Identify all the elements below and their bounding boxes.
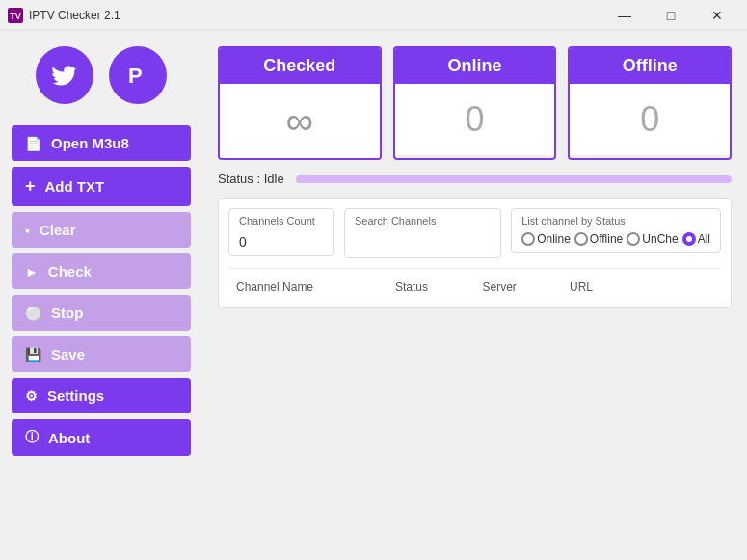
channels-panel: Channels Count 0 Search Channels List ch…: [218, 198, 732, 308]
clear-button[interactable]: ▪ Clear: [12, 212, 191, 248]
stop-icon: ⚪: [25, 306, 41, 321]
twitter-icon[interactable]: [36, 46, 93, 104]
svg-text:P: P: [128, 64, 143, 88]
online-label: Online: [395, 48, 555, 84]
minimize-button[interactable]: —: [602, 0, 647, 31]
save-icon: 💾: [25, 347, 41, 362]
add-txt-button[interactable]: + Add TXT: [12, 167, 191, 206]
search-box: Search Channels: [344, 208, 501, 258]
channels-count-value: 0: [239, 234, 324, 250]
status-bar: Status : Idle: [218, 172, 732, 186]
search-label: Search Channels: [355, 215, 491, 227]
maximize-button[interactable]: □: [649, 0, 693, 31]
online-value: 0: [395, 84, 555, 155]
paypal-icon[interactable]: P: [109, 46, 167, 104]
titlebar: TV IPTV Checker 2.1 — □ ✕: [0, 0, 747, 31]
stop-button[interactable]: ⚪ Stop: [12, 295, 191, 331]
offline-card: Offline 0: [568, 46, 732, 160]
settings-button[interactable]: ⚙ Settings: [12, 378, 191, 413]
social-icons: P: [12, 46, 191, 104]
offline-value: 0: [570, 84, 730, 155]
checked-card: Checked ∞: [218, 46, 382, 160]
radio-online-circle: [521, 232, 535, 246]
stats-row: Checked ∞ Online 0 Offline 0: [218, 46, 732, 160]
online-card: Online 0: [393, 46, 557, 160]
info-icon: ⓘ: [25, 429, 39, 446]
channels-count-label: Channels Count: [239, 215, 324, 227]
content-area: Checked ∞ Online 0 Offline 0 Status : Id…: [202, 31, 747, 560]
channels-top-row: Channels Count 0 Search Channels List ch…: [228, 208, 721, 258]
play-icon: ►: [25, 264, 39, 280]
close-button[interactable]: ✕: [695, 0, 739, 31]
filter-radios: Online Offline UnChe All: [521, 232, 710, 246]
app-title: IPTV Checker 2.1: [29, 9, 602, 22]
file-icon: 📄: [25, 136, 41, 151]
save-button[interactable]: 💾 Save: [12, 336, 191, 372]
offline-label: Offline: [570, 48, 730, 84]
checked-label: Checked: [220, 48, 380, 84]
filter-online[interactable]: Online: [521, 232, 571, 246]
app-icon: TV: [8, 8, 23, 23]
col-status: Status: [387, 277, 475, 298]
checked-value: ∞: [220, 84, 380, 158]
col-url: URL: [562, 277, 721, 298]
status-label: Status : Idle: [218, 172, 284, 186]
about-button[interactable]: ⓘ About: [12, 419, 191, 456]
filter-box: List channel by Status Online Offline: [511, 208, 721, 253]
main-container: P 📄 Open M3u8 + Add TXT ▪ Clear ► Check …: [0, 31, 747, 560]
col-channel-name: Channel Name: [228, 277, 387, 298]
clear-icon: ▪: [25, 223, 30, 238]
filter-offline[interactable]: Offline: [574, 232, 623, 246]
col-server: Server: [475, 277, 563, 298]
table-header: Channel Name Status Server URL: [228, 268, 721, 298]
window-controls: — □ ✕: [602, 0, 739, 31]
filter-all[interactable]: All: [682, 232, 710, 246]
radio-unche-circle: [627, 232, 640, 246]
sidebar: P 📄 Open M3u8 + Add TXT ▪ Clear ► Check …: [0, 31, 202, 560]
svg-text:TV: TV: [10, 12, 21, 21]
check-button[interactable]: ► Check: [12, 253, 191, 289]
open-m3u8-button[interactable]: 📄 Open M3u8: [12, 125, 191, 161]
progress-bar: [296, 175, 732, 183]
channels-count-box: Channels Count 0: [228, 208, 334, 256]
filter-label: List channel by Status: [521, 215, 710, 227]
radio-all-circle: [682, 232, 696, 246]
plus-icon: +: [25, 176, 36, 197]
search-input[interactable]: [355, 230, 491, 252]
radio-offline-circle: [574, 232, 588, 246]
filter-unche[interactable]: UnChe: [627, 232, 678, 246]
gear-icon: ⚙: [25, 388, 38, 404]
